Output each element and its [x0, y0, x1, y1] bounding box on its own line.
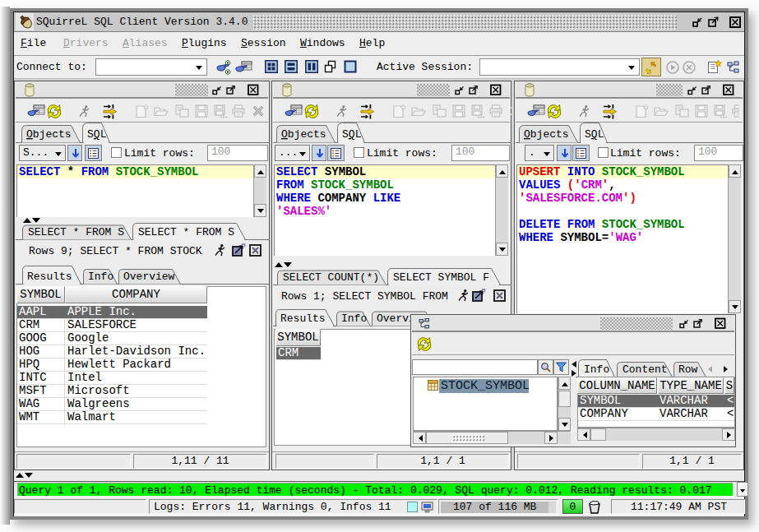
svg-text:Results: Results	[280, 312, 326, 325]
svg-text:Objects: Objects	[281, 128, 326, 141]
svg-text:Overview: Overview	[123, 271, 175, 283]
svg-text:Info: Info	[584, 363, 609, 376]
svg-text:Objects: Objects	[26, 128, 72, 141]
svg-text:SELECT COUNT(*): SELECT COUNT(*)	[283, 271, 379, 284]
svg-text:SQL: SQL	[87, 128, 106, 141]
svg-text:Info: Info	[341, 312, 367, 325]
svg-text:Results: Results	[27, 271, 72, 283]
svg-text:SELECT SYMBOL F: SELECT SYMBOL F	[393, 271, 489, 284]
svg-text:Objects: Objects	[524, 128, 569, 141]
svg-text:Content: Content	[622, 363, 668, 376]
svg-text:SQL: SQL	[585, 128, 604, 141]
svg-text:SQL: SQL	[342, 128, 361, 141]
svg-text:Row: Row	[678, 363, 698, 376]
svg-text:SELECT * FROM S: SELECT * FROM S	[28, 226, 124, 238]
svg-text:SELECT * FROM S: SELECT * FROM S	[138, 226, 234, 238]
svg-text:Info: Info	[88, 271, 113, 283]
